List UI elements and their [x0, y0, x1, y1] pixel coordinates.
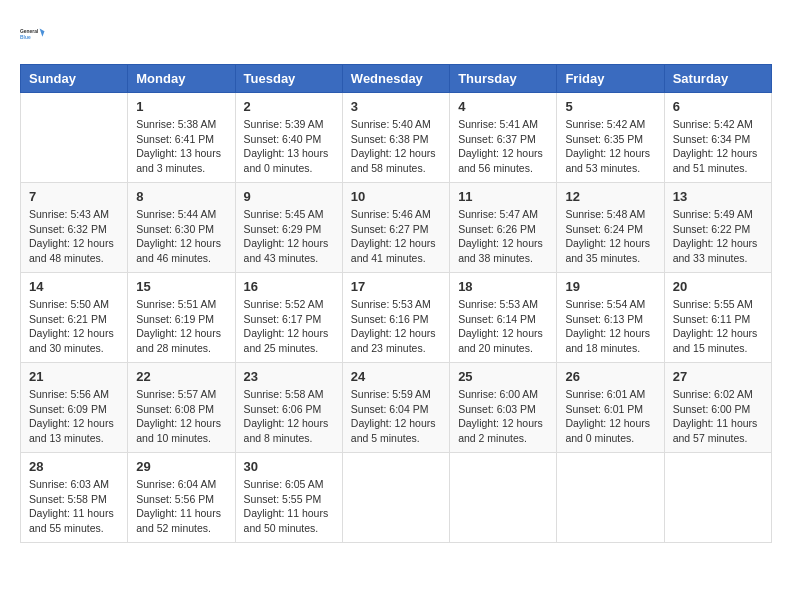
day-number: 29	[136, 459, 226, 474]
calendar-cell: 24Sunrise: 5:59 AMSunset: 6:04 PMDayligh…	[342, 363, 449, 453]
day-number: 1	[136, 99, 226, 114]
day-info: Sunrise: 5:42 AMSunset: 6:34 PMDaylight:…	[673, 117, 763, 176]
day-info: Sunrise: 5:49 AMSunset: 6:22 PMDaylight:…	[673, 207, 763, 266]
day-number: 4	[458, 99, 548, 114]
calendar-cell	[342, 453, 449, 543]
day-info: Sunrise: 5:53 AMSunset: 6:14 PMDaylight:…	[458, 297, 548, 356]
day-info: Sunrise: 6:03 AMSunset: 5:58 PMDaylight:…	[29, 477, 119, 536]
day-info: Sunrise: 5:45 AMSunset: 6:29 PMDaylight:…	[244, 207, 334, 266]
svg-text:Blue: Blue	[20, 35, 31, 40]
day-info: Sunrise: 5:40 AMSunset: 6:38 PMDaylight:…	[351, 117, 441, 176]
day-number: 16	[244, 279, 334, 294]
svg-text:General: General	[20, 29, 39, 34]
calendar-header: Sunday Monday Tuesday Wednesday Thursday…	[21, 65, 772, 93]
day-number: 7	[29, 189, 119, 204]
calendar-cell: 5Sunrise: 5:42 AMSunset: 6:35 PMDaylight…	[557, 93, 664, 183]
day-info: Sunrise: 5:42 AMSunset: 6:35 PMDaylight:…	[565, 117, 655, 176]
calendar-cell: 6Sunrise: 5:42 AMSunset: 6:34 PMDaylight…	[664, 93, 771, 183]
calendar-cell: 28Sunrise: 6:03 AMSunset: 5:58 PMDayligh…	[21, 453, 128, 543]
calendar-cell	[450, 453, 557, 543]
logo: GeneralBlue	[20, 20, 48, 48]
week-row-1: 7Sunrise: 5:43 AMSunset: 6:32 PMDaylight…	[21, 183, 772, 273]
calendar-cell: 18Sunrise: 5:53 AMSunset: 6:14 PMDayligh…	[450, 273, 557, 363]
col-wednesday: Wednesday	[342, 65, 449, 93]
calendar-cell: 15Sunrise: 5:51 AMSunset: 6:19 PMDayligh…	[128, 273, 235, 363]
day-number: 8	[136, 189, 226, 204]
day-info: Sunrise: 5:44 AMSunset: 6:30 PMDaylight:…	[136, 207, 226, 266]
day-info: Sunrise: 6:04 AMSunset: 5:56 PMDaylight:…	[136, 477, 226, 536]
day-info: Sunrise: 6:05 AMSunset: 5:55 PMDaylight:…	[244, 477, 334, 536]
day-number: 24	[351, 369, 441, 384]
day-info: Sunrise: 5:43 AMSunset: 6:32 PMDaylight:…	[29, 207, 119, 266]
calendar-cell: 16Sunrise: 5:52 AMSunset: 6:17 PMDayligh…	[235, 273, 342, 363]
day-info: Sunrise: 5:53 AMSunset: 6:16 PMDaylight:…	[351, 297, 441, 356]
day-info: Sunrise: 5:51 AMSunset: 6:19 PMDaylight:…	[136, 297, 226, 356]
calendar-body: 1Sunrise: 5:38 AMSunset: 6:41 PMDaylight…	[21, 93, 772, 543]
week-row-4: 28Sunrise: 6:03 AMSunset: 5:58 PMDayligh…	[21, 453, 772, 543]
calendar-cell: 4Sunrise: 5:41 AMSunset: 6:37 PMDaylight…	[450, 93, 557, 183]
day-number: 18	[458, 279, 548, 294]
day-number: 25	[458, 369, 548, 384]
calendar-cell: 11Sunrise: 5:47 AMSunset: 6:26 PMDayligh…	[450, 183, 557, 273]
day-number: 19	[565, 279, 655, 294]
col-friday: Friday	[557, 65, 664, 93]
day-info: Sunrise: 5:55 AMSunset: 6:11 PMDaylight:…	[673, 297, 763, 356]
day-number: 21	[29, 369, 119, 384]
day-number: 20	[673, 279, 763, 294]
day-info: Sunrise: 5:39 AMSunset: 6:40 PMDaylight:…	[244, 117, 334, 176]
calendar-table: Sunday Monday Tuesday Wednesday Thursday…	[20, 64, 772, 543]
day-number: 2	[244, 99, 334, 114]
day-number: 22	[136, 369, 226, 384]
day-info: Sunrise: 6:00 AMSunset: 6:03 PMDaylight:…	[458, 387, 548, 446]
col-monday: Monday	[128, 65, 235, 93]
day-info: Sunrise: 5:59 AMSunset: 6:04 PMDaylight:…	[351, 387, 441, 446]
day-number: 28	[29, 459, 119, 474]
day-number: 17	[351, 279, 441, 294]
day-info: Sunrise: 5:54 AMSunset: 6:13 PMDaylight:…	[565, 297, 655, 356]
header-row: Sunday Monday Tuesday Wednesday Thursday…	[21, 65, 772, 93]
calendar-cell	[21, 93, 128, 183]
calendar-cell: 9Sunrise: 5:45 AMSunset: 6:29 PMDaylight…	[235, 183, 342, 273]
col-tuesday: Tuesday	[235, 65, 342, 93]
day-number: 13	[673, 189, 763, 204]
day-info: Sunrise: 5:48 AMSunset: 6:24 PMDaylight:…	[565, 207, 655, 266]
calendar-cell: 2Sunrise: 5:39 AMSunset: 6:40 PMDaylight…	[235, 93, 342, 183]
day-number: 5	[565, 99, 655, 114]
calendar-cell: 7Sunrise: 5:43 AMSunset: 6:32 PMDaylight…	[21, 183, 128, 273]
day-number: 30	[244, 459, 334, 474]
day-info: Sunrise: 5:46 AMSunset: 6:27 PMDaylight:…	[351, 207, 441, 266]
day-number: 23	[244, 369, 334, 384]
calendar-cell: 20Sunrise: 5:55 AMSunset: 6:11 PMDayligh…	[664, 273, 771, 363]
calendar-cell	[664, 453, 771, 543]
day-info: Sunrise: 6:02 AMSunset: 6:00 PMDaylight:…	[673, 387, 763, 446]
calendar-cell: 30Sunrise: 6:05 AMSunset: 5:55 PMDayligh…	[235, 453, 342, 543]
calendar-cell: 25Sunrise: 6:00 AMSunset: 6:03 PMDayligh…	[450, 363, 557, 453]
day-info: Sunrise: 5:52 AMSunset: 6:17 PMDaylight:…	[244, 297, 334, 356]
calendar-cell: 19Sunrise: 5:54 AMSunset: 6:13 PMDayligh…	[557, 273, 664, 363]
day-number: 9	[244, 189, 334, 204]
calendar-cell: 10Sunrise: 5:46 AMSunset: 6:27 PMDayligh…	[342, 183, 449, 273]
day-number: 27	[673, 369, 763, 384]
calendar-cell: 3Sunrise: 5:40 AMSunset: 6:38 PMDaylight…	[342, 93, 449, 183]
day-info: Sunrise: 6:01 AMSunset: 6:01 PMDaylight:…	[565, 387, 655, 446]
day-info: Sunrise: 5:47 AMSunset: 6:26 PMDaylight:…	[458, 207, 548, 266]
col-thursday: Thursday	[450, 65, 557, 93]
day-info: Sunrise: 5:38 AMSunset: 6:41 PMDaylight:…	[136, 117, 226, 176]
day-info: Sunrise: 5:56 AMSunset: 6:09 PMDaylight:…	[29, 387, 119, 446]
calendar-cell: 21Sunrise: 5:56 AMSunset: 6:09 PMDayligh…	[21, 363, 128, 453]
day-info: Sunrise: 5:50 AMSunset: 6:21 PMDaylight:…	[29, 297, 119, 356]
calendar-cell: 17Sunrise: 5:53 AMSunset: 6:16 PMDayligh…	[342, 273, 449, 363]
week-row-3: 21Sunrise: 5:56 AMSunset: 6:09 PMDayligh…	[21, 363, 772, 453]
day-number: 3	[351, 99, 441, 114]
day-number: 10	[351, 189, 441, 204]
col-sunday: Sunday	[21, 65, 128, 93]
day-info: Sunrise: 5:41 AMSunset: 6:37 PMDaylight:…	[458, 117, 548, 176]
week-row-0: 1Sunrise: 5:38 AMSunset: 6:41 PMDaylight…	[21, 93, 772, 183]
logo-icon: GeneralBlue	[20, 20, 48, 48]
col-saturday: Saturday	[664, 65, 771, 93]
page-header: GeneralBlue	[20, 20, 772, 48]
day-number: 11	[458, 189, 548, 204]
calendar-cell: 1Sunrise: 5:38 AMSunset: 6:41 PMDaylight…	[128, 93, 235, 183]
calendar-cell: 27Sunrise: 6:02 AMSunset: 6:00 PMDayligh…	[664, 363, 771, 453]
calendar-cell: 22Sunrise: 5:57 AMSunset: 6:08 PMDayligh…	[128, 363, 235, 453]
